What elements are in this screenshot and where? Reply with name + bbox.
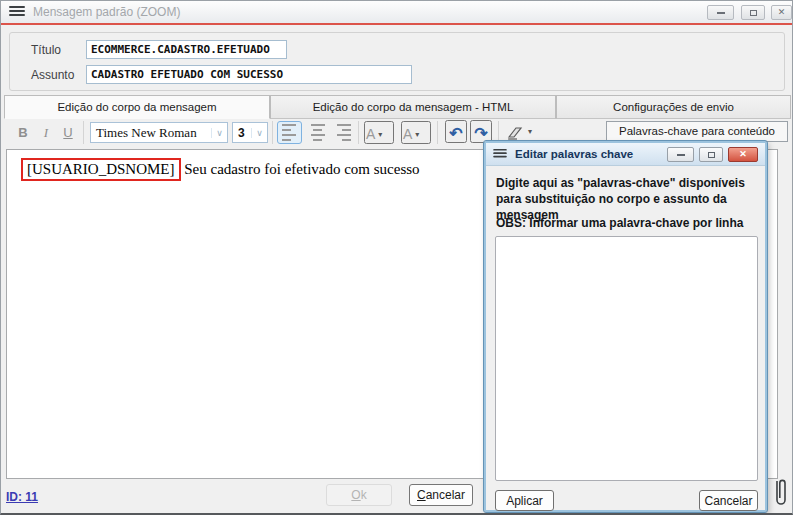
titlebar-accent-line	[1, 23, 793, 25]
close-button[interactable]: ✕	[771, 5, 792, 20]
dropdown-arrow-icon: ▾	[415, 130, 419, 139]
toolbar-separator	[83, 121, 84, 144]
apply-button[interactable]: Aplicar	[495, 490, 554, 511]
maximize-button[interactable]	[741, 5, 765, 20]
align-left-button[interactable]	[277, 121, 302, 144]
dialog-titlebar: Editar palavras chave	[486, 143, 765, 166]
editor-text: Seu cadastro foi efetivado com sucesso	[181, 161, 420, 177]
mensagem-padrao-window: Mensagem padrão (ZOOM) ✕ Título Assunto …	[0, 0, 793, 515]
eraser-icon	[505, 125, 525, 141]
dropdown-arrow-icon: ▾	[528, 127, 532, 136]
font-size-select[interactable]: 3 ∨	[232, 122, 268, 143]
align-right-icon	[337, 124, 351, 126]
chevron-down-icon: ∨	[211, 128, 227, 138]
dropdown-arrow-icon: ▾	[378, 130, 382, 139]
dialog-cancel-button[interactable]: Cancelar	[699, 490, 758, 511]
tab-edicao-corpo-mensagem[interactable]: Edição do corpo da mensagem	[4, 95, 270, 119]
window-title: Mensagem padrão (ZOOM)	[33, 5, 180, 19]
dialog-maximize-button[interactable]	[699, 147, 723, 162]
dialog-minimize-button[interactable]	[667, 147, 694, 162]
bold-button[interactable]: B	[13, 121, 33, 144]
paperclip-icon[interactable]	[769, 475, 791, 509]
redo-button[interactable]: ↷	[470, 120, 492, 143]
underline-button[interactable]: U	[58, 121, 78, 144]
fill-color-button[interactable]: A▾	[401, 121, 431, 144]
toolbar-separator	[358, 121, 359, 144]
italic-button[interactable]: I	[37, 121, 55, 144]
titulo-label: Título	[31, 43, 61, 57]
cancel-button[interactable]: Cancelar	[409, 484, 473, 506]
dialog-instruction-line1: Digite aqui as "palavras-chave" disponív…	[496, 175, 745, 191]
menu-icon[interactable]	[9, 6, 25, 18]
dialog-note: OBS: Informar uma palavra-chave por linh…	[496, 215, 743, 231]
font-size-value: 3	[233, 126, 251, 140]
edit-keywords-dialog: Editar palavras chave ✕ Digite aqui as "…	[484, 141, 767, 512]
toolbar-separator	[272, 121, 273, 144]
tab-configuracoes-envio[interactable]: Configurações de envio	[556, 95, 791, 119]
toolbar-separator	[437, 121, 438, 144]
menu-icon[interactable]	[493, 149, 507, 159]
undo-button[interactable]: ↶	[445, 120, 467, 143]
ok-button[interactable]: Ok	[326, 484, 392, 506]
tab-edicao-corpo-mensagem-html[interactable]: Edição do corpo da mensagem - HTML	[270, 95, 556, 119]
keywords-textarea[interactable]	[495, 236, 758, 481]
font-family-select[interactable]: Times New Roman ∨	[90, 122, 228, 143]
align-left-icon	[282, 124, 296, 126]
font-color-button[interactable]: A▾	[364, 121, 394, 144]
assunto-label: Assunto	[31, 68, 74, 82]
align-center-button[interactable]	[305, 121, 330, 144]
keywords-content-button[interactable]: Palavras-chave para conteúdo variável	[606, 121, 788, 142]
align-right-button[interactable]	[330, 121, 355, 144]
titulo-input[interactable]	[86, 40, 287, 59]
assunto-input[interactable]	[86, 65, 412, 84]
record-id-link[interactable]: ID: 11	[6, 490, 38, 504]
font-family-value: Times New Roman	[91, 125, 211, 141]
dialog-close-button[interactable]: ✕	[728, 147, 758, 162]
dialog-title: Editar palavras chave	[515, 148, 633, 160]
highlighted-keyword-annotation: [USUARIO_DSNOME]	[21, 158, 181, 181]
minimize-button[interactable]	[707, 5, 734, 20]
chevron-down-icon: ∨	[251, 128, 267, 138]
align-center-icon	[311, 124, 325, 126]
